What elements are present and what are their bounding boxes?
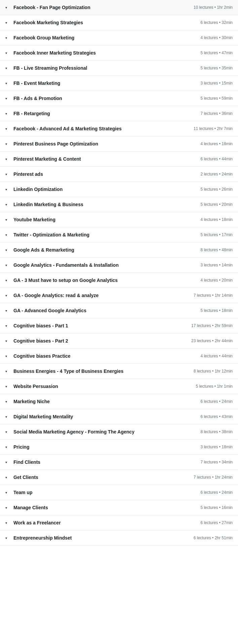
course-title: Social Media Marketing Agency - Forming … — [13, 429, 134, 434]
course-meta: 10 lectures • 1hr 2min — [194, 5, 233, 10]
course-item[interactable]: ▾Website Persuasion5 lectures • 1hr 1min — [0, 379, 238, 394]
chevron-down-icon: ▾ — [5, 66, 10, 70]
course-item[interactable]: ▾Get Clients7 lectures • 1hr 24min — [0, 470, 238, 485]
course-meta: 6 lectures • 43min — [200, 414, 233, 419]
chevron-down-icon: ▾ — [5, 536, 10, 540]
course-item[interactable]: ▾FB - Event Marketing3 lectures • 15min — [0, 76, 238, 91]
chevron-down-icon: ▾ — [5, 324, 10, 328]
course-title: Business Energies - 4 Type of Business E… — [13, 368, 123, 374]
course-meta: 4 lectures • 18min — [200, 217, 233, 222]
course-title: Google Analytics - Fundamentals & Instal… — [13, 262, 119, 268]
chevron-down-icon: ▾ — [5, 51, 10, 55]
course-meta: 5 lectures • 35min — [200, 66, 233, 70]
course-title: Website Persuasion — [13, 384, 58, 389]
course-item[interactable]: ▾FB - Retargeting7 lectures • 36min — [0, 106, 238, 121]
course-title: FB - Event Marketing — [13, 80, 60, 86]
chevron-down-icon: ▾ — [5, 476, 10, 479]
chevron-down-icon: ▾ — [5, 521, 10, 525]
course-item[interactable]: ▾Cognitive biases - Part 223 lectures • … — [0, 333, 238, 349]
course-meta: 3 lectures • 14min — [200, 263, 233, 267]
course-item[interactable]: ▾Linkedin Optimization5 lectures • 26min — [0, 182, 238, 197]
chevron-down-icon: ▾ — [5, 339, 10, 343]
course-item[interactable]: ▾Facebook Group Marketing4 lectures • 30… — [0, 30, 238, 45]
course-item[interactable]: ▾Google Analytics - Fundamentals & Insta… — [0, 258, 238, 273]
course-title: Youtube Marketing — [13, 217, 55, 222]
course-title: GA - Advanced Google Analytics — [13, 308, 86, 313]
chevron-down-icon: ▾ — [5, 36, 10, 40]
course-item[interactable]: ▾Business Energies - 4 Type of Business … — [0, 364, 238, 379]
course-item[interactable]: ▾Facebook - Advanced Ad & Marketing Stra… — [0, 121, 238, 136]
course-item[interactable]: ▾Twitter - Optimization & Marketing5 lec… — [0, 227, 238, 243]
course-item[interactable]: ▾Marketing Niche6 lectures • 24min — [0, 394, 238, 409]
course-title: Facebook - Fan Page Optimization — [13, 5, 90, 10]
course-list: ▾Facebook - Fan Page Optimization10 lect… — [0, 0, 238, 546]
course-title: Twitter - Optimization & Marketing — [13, 232, 89, 237]
course-title: Facebook - Advanced Ad & Marketing Strat… — [13, 126, 122, 131]
course-meta: 5 lectures • 20min — [200, 202, 233, 207]
course-item[interactable]: ▾Cognitive biases Practice4 lectures • 4… — [0, 349, 238, 364]
course-meta: 17 lectures • 2hr 59min — [191, 323, 233, 328]
course-meta: 8 lectures • 48min — [200, 248, 233, 252]
course-item[interactable]: ▾Work as a Freelancer6 lectures • 27min — [0, 515, 238, 530]
chevron-down-icon: ▾ — [5, 203, 10, 206]
course-item[interactable]: ▾Facebook - Fan Page Optimization10 lect… — [0, 0, 238, 15]
course-meta: 5 lectures • 17min — [200, 232, 233, 237]
course-title: Cognitive biases - Part 1 — [13, 323, 68, 328]
course-meta: 5 lectures • 26min — [200, 187, 233, 192]
chevron-down-icon: ▾ — [5, 97, 10, 100]
chevron-down-icon: ▾ — [5, 400, 10, 404]
chevron-down-icon: ▾ — [5, 385, 10, 388]
course-item[interactable]: ▾Social Media Marketing Agency - Forming… — [0, 424, 238, 440]
course-item[interactable]: ▾Google Ads & Remarketing8 lectures • 48… — [0, 243, 238, 258]
chevron-down-icon: ▾ — [5, 279, 10, 282]
course-title: Digital Marketing Mentality — [13, 414, 73, 419]
course-title: Linkedin Marketing & Business — [13, 202, 83, 207]
course-meta: 6 lectures • 32min — [200, 20, 233, 25]
course-meta: 8 lectures • 1hr 12min — [194, 369, 233, 374]
course-title: Get Clients — [13, 475, 38, 480]
chevron-down-icon: ▾ — [5, 506, 10, 510]
chevron-down-icon: ▾ — [5, 6, 10, 9]
course-item[interactable]: ▾GA - 3 Must have to setup on Google Ana… — [0, 273, 238, 288]
course-meta: 5 lectures • 59min — [200, 96, 233, 101]
course-item[interactable]: ▾GA - Google Analytics: read & analyze7 … — [0, 288, 238, 303]
course-meta: 11 lectures • 2hr 7min — [194, 126, 233, 131]
course-meta: 8 lectures • 38min — [200, 429, 233, 434]
course-item[interactable]: ▾Team up6 lectures • 24min — [0, 485, 238, 500]
course-item[interactable]: ▾Manage Clients5 lectures • 16min — [0, 500, 238, 515]
course-item[interactable]: ▾Cognitive biases - Part 117 lectures • … — [0, 318, 238, 333]
course-item[interactable]: ▾Youtube Marketing4 lectures • 18min — [0, 212, 238, 227]
chevron-down-icon: ▾ — [5, 294, 10, 297]
course-item[interactable]: ▾Pinterest ads2 lectures • 24min — [0, 167, 238, 182]
chevron-down-icon: ▾ — [5, 430, 10, 434]
course-meta: 6 lectures • 27min — [200, 520, 233, 525]
course-item[interactable]: ▾Facebook Marketing Strategies6 lectures… — [0, 15, 238, 30]
course-meta: 7 lectures • 1hr 14min — [194, 293, 233, 298]
course-item[interactable]: ▾Find Clients7 lectures • 34min — [0, 455, 238, 470]
course-meta: 6 lectures • 2hr 51min — [194, 536, 233, 540]
course-item[interactable]: ▾Digital Marketing Mentality6 lectures •… — [0, 409, 238, 424]
course-meta: 2 lectures • 24min — [200, 172, 233, 176]
course-meta: 3 lectures • 15min — [200, 81, 233, 86]
course-item[interactable]: ▾GA - Advanced Google Analytics5 lecture… — [0, 303, 238, 318]
course-item[interactable]: ▾Facebook Inner Marketing Strategies5 le… — [0, 45, 238, 61]
chevron-down-icon: ▾ — [5, 21, 10, 25]
course-item[interactable]: ▾FB - Live Streaming Professional5 lectu… — [0, 61, 238, 76]
course-meta: 7 lectures • 36min — [200, 111, 233, 116]
course-meta: 4 lectures • 20min — [200, 278, 233, 283]
course-item[interactable]: ▾Pricing3 lectures • 18min — [0, 440, 238, 455]
course-item[interactable]: ▾Linkedin Marketing & Business5 lectures… — [0, 197, 238, 212]
course-item[interactable]: ▾Entrepreneurship Mindset6 lectures • 2h… — [0, 530, 238, 546]
course-item[interactable]: ▾Pinterest Marketing & Content6 lectures… — [0, 152, 238, 167]
course-meta: 4 lectures • 18min — [200, 141, 233, 146]
chevron-down-icon: ▾ — [5, 233, 10, 237]
course-item[interactable]: ▾Pinterest Business Page Optimization4 l… — [0, 136, 238, 152]
course-meta: 5 lectures • 16min — [200, 505, 233, 510]
course-item[interactable]: ▾FB - Ads & Promotion5 lectures • 59min — [0, 91, 238, 106]
course-title: Facebook Marketing Strategies — [13, 20, 83, 25]
course-meta: 5 lectures • 1hr 1min — [196, 384, 233, 389]
course-meta: 7 lectures • 1hr 24min — [194, 475, 233, 480]
chevron-down-icon: ▾ — [5, 263, 10, 267]
course-title: Facebook Group Marketing — [13, 35, 74, 40]
chevron-down-icon: ▾ — [5, 354, 10, 358]
